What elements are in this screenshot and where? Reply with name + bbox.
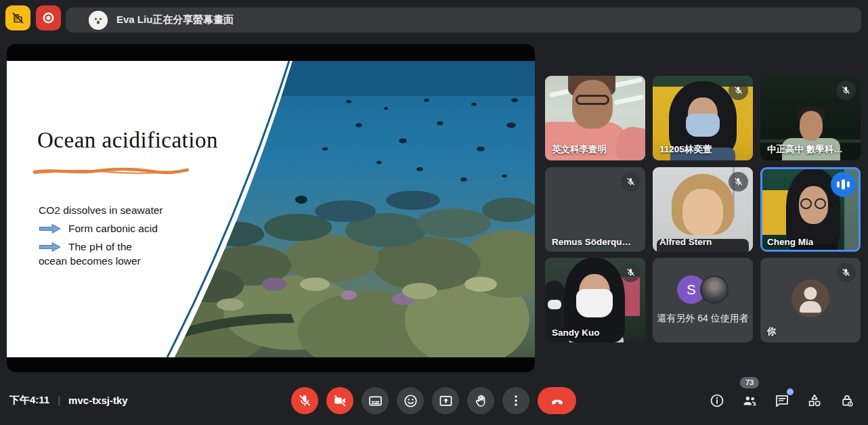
recording-icon — [41, 10, 56, 26]
self-tile[interactable]: 你 — [760, 258, 861, 342]
slide-title-underline — [32, 167, 190, 176]
raise-hand-icon — [473, 393, 489, 409]
participant-tile[interactable]: Remus Söderqu… — [545, 167, 645, 252]
mic-off-badge — [729, 81, 748, 100]
chat-notification-dot — [787, 388, 794, 395]
chat-icon — [774, 393, 790, 409]
share-banner-text: Eva Liu正在分享螢幕畫面 — [116, 14, 234, 26]
host-controls-icon — [839, 393, 855, 409]
block-arrow-icon — [39, 223, 61, 234]
slide-body-line2: Form carbonic acid — [68, 223, 158, 235]
avatar — [576, 189, 615, 228]
slide-bullet-2: The pH of the — [39, 241, 132, 253]
participant-name: 你 — [767, 326, 777, 338]
divider: | — [58, 395, 60, 406]
captions-button[interactable] — [362, 387, 389, 414]
slide-body-line4: ocean becomes lower — [39, 255, 141, 267]
more-options-button[interactable] — [502, 387, 529, 414]
reactions-button[interactable] — [397, 387, 424, 414]
slide-bullet-1: Form carbonic acid — [39, 223, 158, 235]
host-controls-button[interactable] — [839, 393, 855, 409]
more-options-icon — [508, 393, 523, 408]
meeting-details-button[interactable] — [709, 393, 725, 409]
slide-body-line3: The pH of the — [68, 241, 132, 253]
end-call-icon — [549, 393, 565, 409]
activities-button[interactable] — [806, 393, 823, 409]
presentation-off-icon — [10, 10, 26, 26]
present-screen-button[interactable] — [432, 387, 459, 414]
meeting-info: 下午4:11 | mvc-txsj-tky — [9, 394, 128, 407]
chat-panel-button[interactable] — [774, 393, 790, 409]
meeting-code: mvc-txsj-tky — [68, 395, 128, 406]
present-screen-icon — [438, 393, 454, 409]
top-bar: Eva Liu正在分享螢幕畫面 — [0, 0, 868, 39]
participant-grid: 英文科李壹明 11205林奕萱 中正高中 數學科… Remus Söderqu…… — [545, 76, 861, 342]
participant-tile[interactable]: Alfred Stern — [653, 167, 753, 252]
participant-tile[interactable]: 英文科李壹明 — [545, 76, 645, 160]
raise-hand-button[interactable] — [467, 387, 494, 414]
presentation-slide: Ocean acidification CO2 dissolves in sea… — [7, 61, 535, 357]
shared-screen-tile[interactable]: Ocean acidification CO2 dissolves in sea… — [7, 44, 535, 372]
participant-name: Remus Söderqu… — [552, 237, 631, 247]
participant-name: Cheng Mia — [767, 237, 813, 247]
slide-title: Ocean acidification — [37, 128, 218, 153]
overflow-count-label: 還有另外 64 位使用者 — [657, 313, 748, 325]
participant-tile[interactable]: Sandy Kuo — [545, 258, 645, 342]
activities-icon — [806, 393, 823, 409]
participant-name: 11205林奕萱 — [659, 143, 712, 156]
speaking-indicator-icon — [831, 172, 856, 197]
captions-icon — [368, 393, 383, 409]
participant-tile-active-speaker[interactable]: Cheng Mia — [760, 167, 861, 252]
people-panel-button[interactable]: 73 — [741, 393, 758, 409]
block-arrow-icon — [39, 242, 61, 252]
participant-tile[interactable]: 中正高中 數學科… — [760, 76, 861, 160]
participant-name: 中正高中 數學科… — [767, 143, 843, 156]
mic-off-badge — [729, 172, 748, 192]
overflow-avatars: S — [677, 275, 729, 304]
camera-toggle-button[interactable] — [326, 387, 353, 414]
mic-off-badge — [836, 263, 856, 282]
mic-off-badge — [836, 81, 856, 100]
mic-toggle-button[interactable] — [291, 387, 318, 414]
info-icon — [709, 393, 725, 409]
participant-name: Alfred Stern — [659, 237, 712, 247]
person-silhouette-icon — [804, 287, 817, 300]
mic-off-badge — [621, 263, 641, 282]
clock-time: 下午4:11 — [9, 394, 49, 407]
participant-name: 英文科李壹明 — [552, 143, 607, 156]
end-call-button[interactable] — [538, 387, 576, 414]
smiley-icon — [403, 393, 418, 409]
bottom-bar: 下午4:11 | mvc-txsj-tky 73 — [0, 372, 868, 425]
people-icon — [741, 393, 758, 409]
presentation-off-indicator[interactable] — [5, 5, 30, 30]
overflow-participants-tile[interactable]: S 還有另外 64 位使用者 — [653, 258, 753, 342]
screen-share-banner: Eva Liu正在分享螢幕畫面 — [66, 7, 861, 32]
participant-name: Sandy Kuo — [552, 328, 600, 338]
mic-off-icon — [297, 393, 312, 408]
call-controls — [291, 387, 576, 414]
presenter-avatar — [89, 11, 108, 30]
panel-buttons: 73 — [709, 393, 855, 409]
slide-body-line1: CO2 dissolves in seawater — [39, 204, 163, 217]
participant-count-badge: 73 — [740, 377, 759, 388]
mic-off-badge — [621, 172, 641, 192]
recording-indicator[interactable] — [36, 5, 61, 30]
avatar — [700, 275, 729, 304]
participant-tile[interactable]: 11205林奕萱 — [653, 76, 753, 160]
camera-off-icon — [332, 393, 347, 408]
